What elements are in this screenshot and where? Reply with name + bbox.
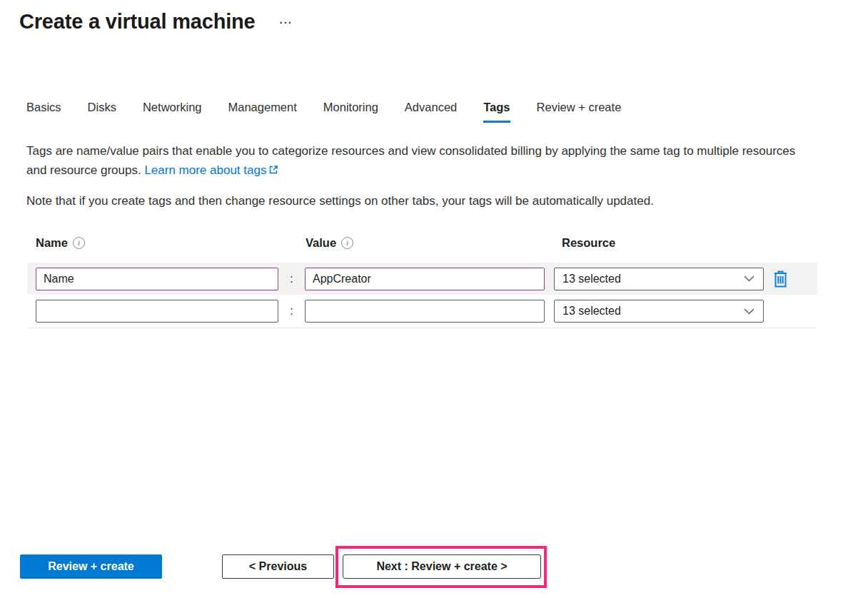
tab-disks[interactable]: Disks [88,101,116,123]
tags-note: Note that if you create tags and then ch… [26,194,819,208]
page-title: Create a virtual machine [19,10,255,34]
chevron-down-icon [744,308,755,315]
tab-advanced[interactable]: Advanced [405,101,457,123]
value-info-icon[interactable]: i [341,237,353,249]
tab-review-create[interactable]: Review + create [537,101,622,123]
resource-dropdown-value: 13 selected [562,273,621,285]
page-header: Create a virtual machine ... [19,10,293,34]
resource-dropdown[interactable]: 13 selected [554,268,764,290]
chevron-down-icon [744,275,755,282]
next-review-create-button[interactable]: Next : Review + create > [343,554,541,579]
tag-row: : 13 selected [27,263,817,295]
tags-description-text: Tags are name/value pairs that enable yo… [26,144,795,177]
delete-tag-button[interactable] [772,270,789,288]
tags-table-header: Name i Value i Resource [27,235,817,250]
previous-button[interactable]: < Previous [222,554,334,579]
tab-management[interactable]: Management [228,101,297,123]
resource-dropdown-value: 13 selected [562,305,621,318]
tag-row: : 13 selected [27,295,817,328]
tab-tags[interactable]: Tags [483,101,510,123]
tag-name-input-empty[interactable] [36,300,278,323]
colon-separator: : [278,273,305,285]
learn-more-link[interactable]: Learn more about tags [144,163,278,177]
name-info-icon[interactable]: i [73,237,85,249]
tag-value-input[interactable] [305,268,545,290]
resource-dropdown[interactable]: 13 selected [554,300,764,323]
review-create-button[interactable]: Review + create [20,554,162,579]
wizard-tab-bar: Basics Disks Networking Management Monit… [26,101,621,123]
more-icon[interactable]: ... [279,14,293,25]
external-link-icon [268,165,278,175]
tab-networking[interactable]: Networking [143,101,202,123]
colon-separator: : [278,305,305,318]
tag-name-input[interactable] [36,268,278,290]
tag-value-input-empty[interactable] [305,300,545,323]
tab-monitoring[interactable]: Monitoring [323,101,378,123]
trash-icon [772,270,789,288]
tab-basics[interactable]: Basics [26,101,61,123]
name-column-header: Name i [36,236,306,250]
tags-description: Tags are name/value pairs that enable yo… [26,142,801,180]
resource-column-header: Resource [554,236,615,250]
tags-table: Name i Value i Resource : 13 selected [27,235,817,328]
value-column-header: Value i [306,236,554,250]
